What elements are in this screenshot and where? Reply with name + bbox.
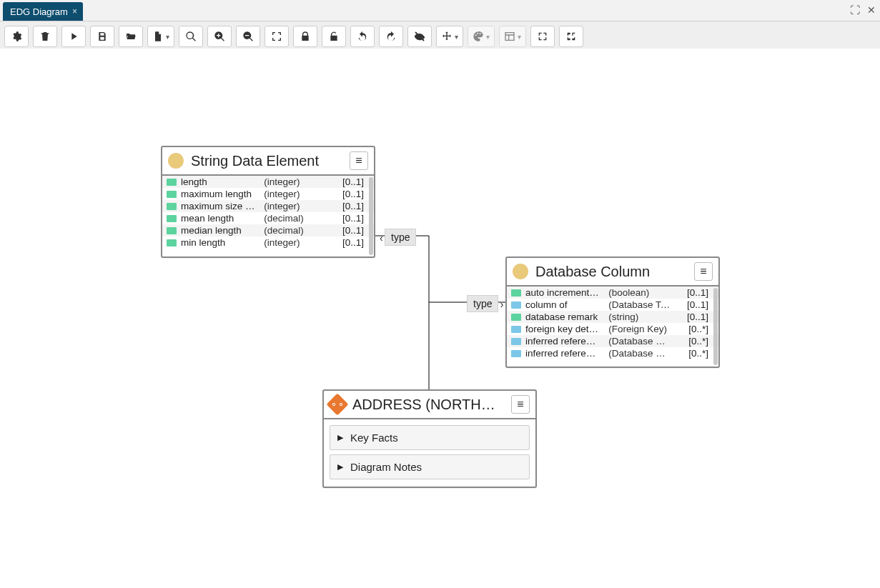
tab-edg-diagram[interactable]: EDG Diagram × <box>3 2 83 21</box>
hide-button[interactable] <box>407 26 432 47</box>
play-button[interactable] <box>61 26 86 47</box>
edge-label-type-1: ‹ type <box>385 229 416 246</box>
expand-icon: ▶ <box>337 462 343 472</box>
property-type-icon <box>167 179 177 186</box>
layout-button[interactable]: ▾ <box>499 26 526 47</box>
redo-button[interactable] <box>379 26 403 47</box>
export-button[interactable]: ▾ <box>147 26 174 47</box>
property-row[interactable]: mean length(decimal)[0..1] <box>162 212 374 224</box>
chevron-down-icon: ▾ <box>166 33 169 41</box>
property-row[interactable]: auto incremented(boolean)[0..1] <box>507 286 718 299</box>
fit-button[interactable] <box>265 26 289 47</box>
node-menu-button[interactable]: ≡ <box>350 151 368 170</box>
palette-button[interactable]: ▾ <box>468 26 495 47</box>
section-diagram-notes[interactable]: ▶ Diagram Notes <box>330 454 530 479</box>
zoom-in-icon <box>214 31 225 42</box>
node-menu-button[interactable]: ≡ <box>694 262 713 281</box>
zoom-button[interactable] <box>179 26 203 47</box>
lock-icon <box>300 31 311 42</box>
layout-icon <box>504 31 515 42</box>
class-icon <box>513 264 528 279</box>
fit-icon <box>271 31 282 42</box>
trash-icon <box>39 31 51 42</box>
expand-icon <box>537 31 548 42</box>
move-icon <box>441 31 453 42</box>
search-icon <box>185 31 197 42</box>
zoom-out-icon <box>242 31 254 42</box>
chevron-down-icon: ▾ <box>518 33 521 41</box>
instance-icon: ⚬⚬ <box>326 393 348 415</box>
property-row[interactable]: maximum length(integer)[0..1] <box>162 188 374 200</box>
toolbar: ▾ ▾ ▾ ▾ <box>0 21 880 52</box>
property-type-icon <box>167 239 177 246</box>
property-type-icon <box>167 203 177 210</box>
tab-close-icon[interactable]: × <box>72 6 77 16</box>
scrollbar[interactable] <box>369 177 373 255</box>
property-type-icon <box>167 227 177 234</box>
property-row[interactable]: median length(decimal)[0..1] <box>162 224 374 236</box>
property-row[interactable]: inferred referenc...(Database Colu...[0.… <box>507 347 718 359</box>
edges-layer <box>0 49 880 588</box>
save-button[interactable] <box>90 26 114 47</box>
property-type-icon <box>511 338 521 345</box>
eye-off-icon <box>414 31 425 42</box>
property-row[interactable]: inferred referenc...(Database Colu...[0.… <box>507 335 718 347</box>
redo-icon <box>385 31 397 42</box>
compress-icon <box>565 31 577 42</box>
property-type-icon <box>167 191 177 198</box>
save-icon <box>97 31 108 42</box>
move-button[interactable]: ▾ <box>436 26 463 47</box>
property-type-icon <box>511 350 521 357</box>
property-type-icon <box>511 326 521 333</box>
class-icon <box>168 153 184 169</box>
section-key-facts[interactable]: ▶ Key Facts <box>330 425 530 450</box>
property-type-icon <box>511 289 521 297</box>
file-icon <box>152 31 164 42</box>
edge-label-type-2: type › <box>467 295 498 312</box>
property-row[interactable]: column of(Database Table)[0..1] <box>507 299 718 311</box>
arrow-left: ‹ <box>380 232 383 244</box>
node-address[interactable]: ⚬⚬ ADDRESS (NORTHWIN... ≡ ▶ Key Facts ▶ … <box>322 389 537 488</box>
tab-title: EDG Diagram <box>10 6 68 17</box>
undo-button[interactable] <box>350 26 375 47</box>
tab-bar: EDG Diagram × ⛶ ✕ <box>0 0 880 21</box>
diagram-canvas[interactable]: ‹ type type › String Data Element ≡ leng… <box>0 49 880 588</box>
property-row[interactable]: database remark(string)[0..1] <box>507 311 718 323</box>
folder-open-icon <box>125 31 137 42</box>
play-icon <box>68 31 79 42</box>
scrollbar[interactable] <box>713 288 718 365</box>
property-row[interactable]: length(integer)[0..1] <box>162 176 374 188</box>
delete-button[interactable] <box>33 26 57 47</box>
arrow-right: › <box>500 299 504 310</box>
gear-icon <box>11 31 22 42</box>
node-database-column[interactable]: Database Column ≡ auto incremented(boole… <box>505 256 720 368</box>
node-menu-button[interactable]: ≡ <box>511 395 530 414</box>
chevron-down-icon: ▾ <box>486 33 490 41</box>
compress-button[interactable] <box>559 26 583 47</box>
open-button[interactable] <box>119 26 143 47</box>
property-type-icon <box>167 215 177 222</box>
property-row[interactable]: min length(integer)[0..1] <box>162 236 374 249</box>
panel-close-icon[interactable]: ✕ <box>867 4 876 16</box>
node-title: String Data Element <box>191 153 342 169</box>
zoom-out-button[interactable] <box>236 26 260 47</box>
expand-icon: ▶ <box>337 433 343 442</box>
settings-button[interactable] <box>4 26 29 47</box>
unlock-button[interactable] <box>322 26 346 47</box>
unlock-icon <box>328 31 340 42</box>
node-string-data-element[interactable]: String Data Element ≡ length(integer)[0.… <box>161 146 375 258</box>
property-row[interactable]: foreign key details(Foreign Key)[0..*] <box>507 323 718 335</box>
node-title: Database Column <box>535 264 687 280</box>
panel-maximize-icon[interactable]: ⛶ <box>850 4 860 16</box>
undo-icon <box>357 31 368 42</box>
expand-button[interactable] <box>530 26 555 47</box>
node-title: ADDRESS (NORTHWIN... <box>352 397 504 413</box>
property-type-icon <box>511 302 521 309</box>
property-type-icon <box>511 314 521 321</box>
chevron-down-icon: ▾ <box>455 33 458 41</box>
zoom-in-button[interactable] <box>207 26 232 47</box>
palette-icon <box>473 31 484 42</box>
property-row[interactable]: maximum size (...(integer)[0..1] <box>162 200 374 212</box>
lock-button[interactable] <box>293 26 317 47</box>
